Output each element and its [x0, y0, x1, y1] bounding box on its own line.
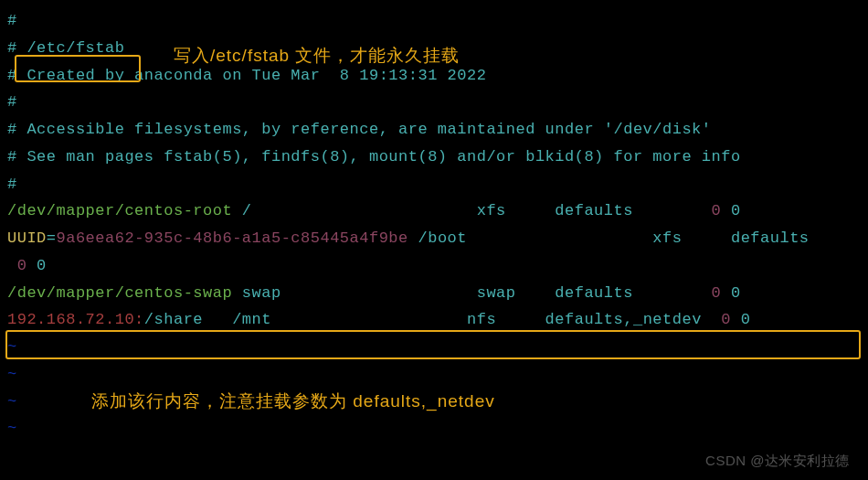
vim-empty-line: ~: [7, 361, 861, 389]
fstab-entry-root: /dev/mapper/centos-root / xfs defaults 0…: [7, 197, 861, 225]
fstab-entry-nfs: 192.168.72.10:/share /mnt nfs defaults,_…: [7, 306, 861, 334]
comment-accessible-line: # Accessible filesystems, by reference, …: [7, 116, 861, 144]
vim-empty-line: ~: [7, 334, 861, 361]
fstab-entry-boot-cont: 0 0: [7, 252, 861, 280]
annotation-bottom: 添加该行内容，注意挂载参数为 defaults,_netdev: [91, 386, 495, 416]
annotation-top: 写入/etc/fstab 文件，才能永久挂载: [174, 40, 460, 70]
fstab-entry-swap: /dev/mapper/centos-swap swap swap defaul…: [7, 280, 861, 307]
comment-line: #: [7, 171, 861, 198]
watermark: CSDN @达米安利拉德: [705, 449, 850, 473]
vim-empty-line: ~: [7, 415, 861, 443]
comment-line: #: [7, 89, 861, 116]
fstab-entry-boot: UUID=9a6eea62-935c-48b6-a1a5-c85445a4f9b…: [7, 225, 861, 252]
comment-manpages-line: # See man pages fstab(5), findfs(8), mou…: [7, 144, 861, 171]
comment-line: #: [7, 7, 861, 35]
